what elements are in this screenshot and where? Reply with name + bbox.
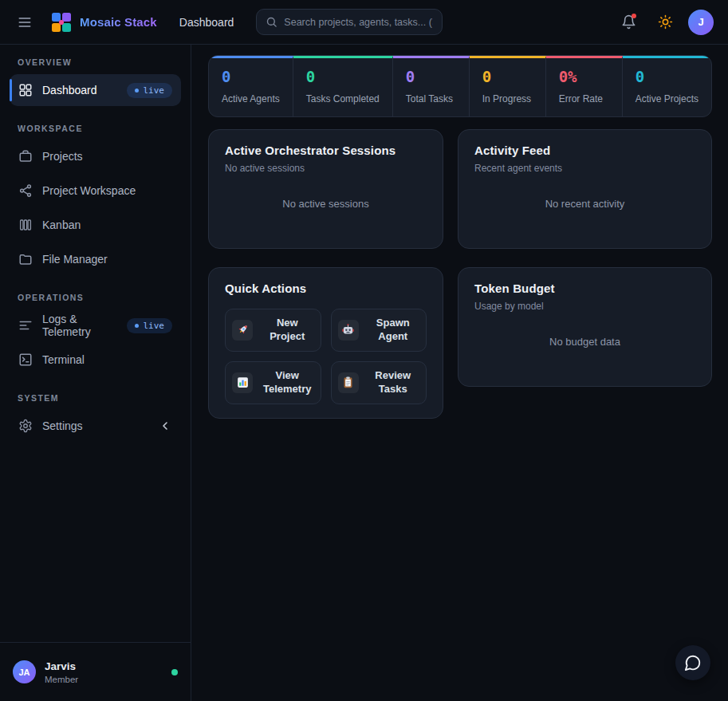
sidebar-item-label: Projects — [42, 150, 83, 163]
section-label-workspace: WORKSPACE — [18, 124, 173, 133]
stat-value: 0 — [406, 69, 456, 85]
sidebar-item-label: File Manager — [42, 253, 108, 266]
gear-icon — [18, 419, 33, 433]
stat-label: Tasks Completed — [306, 93, 380, 104]
user-avatar[interactable]: J — [688, 10, 714, 35]
sidebar-item-label: Kanban — [42, 219, 81, 231]
sidebar-item-settings[interactable]: Settings — [10, 410, 181, 442]
token-budget-card: Token Budget Usage by model No budget da… — [458, 267, 712, 387]
sidebar-item-dashboard[interactable]: Dashboard live — [10, 74, 181, 106]
brand-name: Mosaic Stack — [80, 15, 157, 29]
stat-error-rate: 0% Error Rate — [546, 56, 623, 116]
kanban-icon — [18, 218, 33, 232]
quick-action-label: New Project — [261, 317, 314, 344]
section-label-system: SYSTEM — [18, 393, 173, 403]
folder-icon — [18, 252, 33, 266]
empty-state-text: No budget data — [474, 312, 695, 372]
menu-button[interactable] — [11, 9, 38, 36]
log-lines-icon — [18, 318, 33, 333]
empty-state-text: No recent activity — [474, 174, 695, 234]
card-title: Active Orchestrator Sessions — [225, 144, 427, 157]
theme-toggle-button[interactable] — [651, 9, 679, 36]
nodes-icon — [18, 183, 33, 198]
quick-actions-card: Quick Actions New Project Spawn Agent — [208, 267, 443, 419]
search-input[interactable] — [284, 17, 433, 28]
notifications-button[interactable] — [615, 9, 642, 36]
live-badge: live — [127, 318, 173, 333]
briefcase-icon — [18, 149, 33, 163]
stat-active-agents: 0 Active Agents — [209, 56, 293, 116]
sidebar-item-kanban[interactable]: Kanban — [10, 209, 181, 241]
stat-label: Total Tasks — [406, 93, 456, 104]
sessions-card: Active Orchestrator Sessions No active s… — [208, 129, 443, 249]
search-bar[interactable] — [256, 9, 443, 35]
breadcrumb-page-title: Dashboard — [179, 16, 234, 29]
main-content: 0 Active Agents 0 Tasks Completed 0 Tota… — [191, 45, 728, 701]
chat-bubble-icon — [684, 654, 702, 671]
user-profile[interactable]: JA Jarvis Member — [0, 642, 191, 701]
stat-total-tasks: 0 Total Tasks — [393, 56, 470, 116]
section-label-operations: OPERATIONS — [18, 293, 173, 302]
empty-state-text: No active sessions — [225, 174, 427, 234]
sun-icon — [658, 14, 673, 30]
top-header: Mosaic Stack Dashboard J — [0, 0, 728, 45]
grid-icon — [18, 83, 33, 97]
search-icon — [266, 16, 277, 28]
bar-chart-icon — [232, 372, 253, 393]
view-telemetry-button[interactable]: View Telemetry — [225, 361, 321, 404]
sidebar-item-project-workspace[interactable]: Project Workspace — [10, 175, 181, 207]
stats-row: 0 Active Agents 0 Tasks Completed 0 Tota… — [208, 55, 712, 117]
review-tasks-button[interactable]: Review Tasks — [331, 361, 427, 404]
stat-value: 0% — [559, 69, 609, 85]
quick-action-label: Review Tasks — [367, 369, 420, 396]
stat-value: 0 — [482, 69, 533, 85]
stat-label: Active Projects — [636, 93, 698, 104]
stat-label: Error Rate — [559, 93, 609, 104]
card-title: Token Budget — [474, 282, 695, 295]
stat-value: 0 — [306, 69, 380, 85]
sidebar-item-label: Dashboard — [42, 84, 97, 96]
card-subtitle: Recent agent events — [474, 163, 695, 174]
stat-in-progress: 0 In Progress — [470, 56, 546, 116]
header-actions: J — [615, 9, 714, 36]
online-status-dot — [171, 669, 178, 675]
stat-value: 0 — [636, 69, 698, 85]
robot-icon — [338, 320, 359, 341]
user-role: Member — [45, 675, 78, 684]
notification-dot — [632, 14, 636, 18]
live-badge: live — [127, 83, 173, 98]
stat-tasks-completed: 0 Tasks Completed — [293, 56, 393, 116]
card-title: Activity Feed — [474, 144, 695, 157]
chevron-left-icon — [159, 419, 171, 432]
stat-active-projects: 0 Active Projects — [623, 56, 711, 116]
chat-fab-button[interactable] — [675, 645, 710, 680]
sidebar-item-logs-telemetry[interactable]: Logs & Telemetry live — [10, 309, 181, 341]
sidebar-item-label: Logs & Telemetry — [42, 313, 117, 338]
stat-label: Active Agents — [222, 93, 280, 104]
sidebar-item-projects[interactable]: Projects — [10, 140, 181, 172]
user-name: Jarvis — [45, 660, 78, 672]
sidebar-item-label: Settings — [42, 419, 83, 432]
sidebar-collapse-button[interactable] — [159, 419, 171, 432]
sidebar: OVERVIEW Dashboard live WORKSPACE Projec… — [0, 45, 191, 701]
mosaic-logo-icon — [51, 12, 72, 33]
card-title: Quick Actions — [225, 282, 427, 295]
avatar-initial: J — [698, 16, 703, 28]
sidebar-item-label: Terminal — [42, 353, 85, 366]
activity-feed-card: Activity Feed Recent agent events No rec… — [458, 129, 712, 249]
clipboard-icon — [338, 372, 359, 393]
sidebar-item-label: Project Workspace — [42, 184, 136, 197]
stat-value: 0 — [222, 69, 280, 85]
user-initials-avatar: JA — [13, 660, 36, 683]
card-subtitle: Usage by model — [474, 301, 695, 312]
new-project-button[interactable]: New Project — [225, 309, 321, 352]
sidebar-item-file-manager[interactable]: File Manager — [10, 243, 181, 275]
stat-label: In Progress — [482, 93, 533, 104]
spawn-agent-button[interactable]: Spawn Agent — [331, 309, 427, 352]
card-subtitle: No active sessions — [225, 163, 427, 174]
quick-action-label: View Telemetry — [261, 369, 314, 396]
section-label-overview: OVERVIEW — [18, 57, 173, 67]
sidebar-item-terminal[interactable]: Terminal — [10, 344, 181, 376]
quick-action-label: Spawn Agent — [367, 317, 420, 344]
rocket-icon — [232, 320, 253, 341]
